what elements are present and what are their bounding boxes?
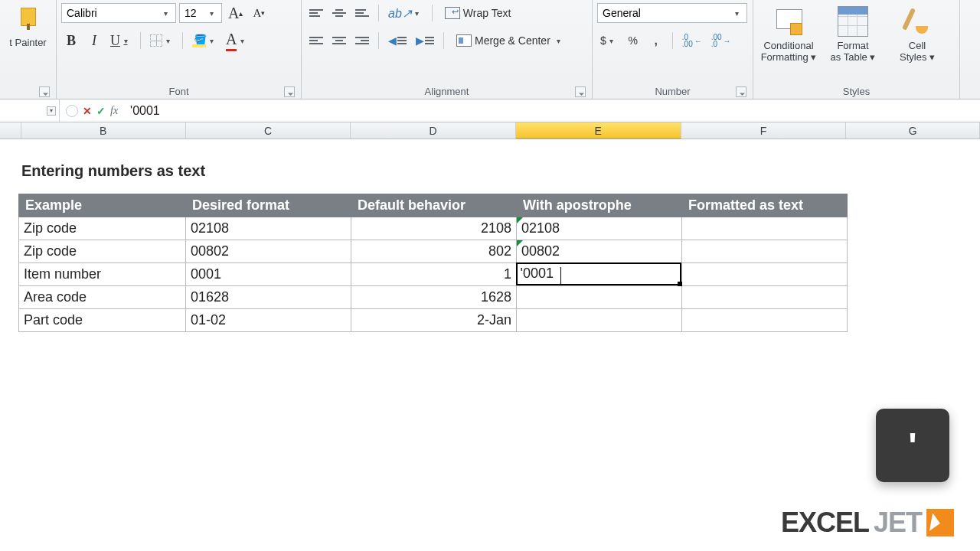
worksheet[interactable]: Entering numbers as text ExampleDesired … (0, 139, 980, 332)
column-header[interactable]: B (21, 122, 186, 139)
orientation-button[interactable]: ab↗▾ (385, 3, 426, 23)
align-bottom-button[interactable] (352, 3, 372, 23)
ribbon-group-label-styles: Styles (758, 83, 955, 99)
format-painter-button[interactable]: t Painter (9, 37, 46, 48)
format-as-table-button[interactable]: Formatas Table ▾ (822, 3, 884, 72)
ribbon-group-overflow (960, 0, 980, 99)
decrease-indent-button[interactable]: ◀ (385, 31, 410, 51)
number-format-value: General (603, 7, 641, 19)
font-name-value: Calibri (67, 7, 97, 19)
column-header[interactable]: D (351, 122, 516, 139)
ribbon-group-label-font: Font (61, 83, 296, 99)
increase-decimal-button[interactable]: .0.00← (679, 31, 705, 51)
cell[interactable]: '0001 (517, 263, 682, 286)
font-size-value: 12 (185, 7, 197, 19)
ribbon-group-alignment: ab↗▾ Wrap Text ◀ ▶ Merge & Center ▾ Alig… (302, 0, 593, 99)
merge-center-label: Merge & Center (475, 34, 550, 47)
align-top-button[interactable] (306, 3, 326, 23)
decrease-decimal-button[interactable]: .00.0→ (708, 31, 734, 51)
cell[interactable]: 00802 (186, 240, 351, 263)
wrap-text-label: Wrap Text (463, 7, 511, 19)
chevron-down-icon: ▾ (47, 106, 56, 116)
cell[interactable]: 01-02 (186, 309, 351, 332)
underline-button[interactable]: U ▾ (107, 31, 134, 51)
align-center-button[interactable] (329, 31, 349, 51)
italic-button[interactable]: I (84, 31, 104, 51)
dialog-launcher-icon[interactable] (736, 86, 746, 97)
cell[interactable]: Part code (19, 309, 186, 332)
font-size-select[interactable]: 12 ▾ (179, 3, 222, 23)
column-header[interactable]: E (516, 122, 681, 139)
cell[interactable]: Area code (19, 286, 186, 309)
borders-button[interactable]: ▾ (147, 31, 176, 51)
cell[interactable]: Item number (19, 263, 186, 286)
column-header[interactable]: F (681, 122, 847, 139)
table-header: Default behavior (351, 194, 517, 217)
font-color-button[interactable]: A▾ (223, 31, 250, 51)
cell[interactable] (682, 263, 848, 286)
error-indicator-icon (517, 217, 523, 223)
column-header[interactable]: C (186, 122, 351, 139)
align-right-button[interactable] (352, 31, 372, 51)
decrease-font-button[interactable]: A▾ (249, 3, 269, 23)
cell[interactable]: 0001 (186, 263, 351, 286)
align-middle-button[interactable] (329, 3, 349, 23)
fx-button[interactable]: fx (110, 105, 118, 117)
cell-styles-button[interactable]: CellStyles ▾ (887, 3, 948, 72)
wrap-text-button[interactable]: Wrap Text (439, 3, 518, 23)
comma-style-button[interactable]: , (646, 31, 666, 51)
cell[interactable]: Zip code (19, 240, 186, 263)
ribbon-group-font: Calibri ▾ 12 ▾ A▴ A▾ B I U ▾ ▾ 🪣▾ A▾ Fon… (57, 0, 302, 99)
chevron-down-icon: ▾ (554, 37, 564, 45)
cell[interactable] (682, 286, 848, 309)
cell[interactable]: 2108 (351, 217, 517, 240)
fill-color-button[interactable]: 🪣▾ (189, 31, 220, 51)
table-header: With apostrophe (517, 194, 682, 217)
brand-logo: EXCELJET (781, 507, 954, 539)
chevron-down-icon: ▾ (731, 9, 742, 18)
formula-input[interactable]: '0001 (124, 104, 980, 118)
wrap-text-icon (445, 7, 460, 19)
cell[interactable] (682, 309, 848, 332)
ribbon-group-label-clipboard (5, 95, 51, 99)
align-left-button[interactable] (306, 31, 326, 51)
cancel-edit-button[interactable]: ✕ (83, 105, 92, 117)
ribbon-group-label-number: Number (597, 83, 748, 99)
confirm-edit-button[interactable]: ✓ (96, 105, 106, 117)
conditional-formatting-button[interactable]: ConditionalFormatting ▾ (758, 3, 819, 72)
number-format-select[interactable]: General ▾ (597, 3, 747, 23)
cell[interactable] (682, 240, 848, 263)
cell[interactable]: 2-Jan (351, 309, 517, 332)
bold-button[interactable]: B (61, 31, 81, 51)
format-painter-icon (21, 8, 36, 26)
merge-center-button[interactable]: Merge & Center ▾ (450, 31, 570, 51)
percent-button[interactable]: % (623, 31, 643, 51)
dialog-launcher-icon[interactable] (284, 86, 295, 97)
format-as-table-label: Formatas Table ▾ (831, 40, 876, 63)
cell[interactable]: 01628 (186, 286, 351, 309)
data-table: ExampleDesired formatDefault behaviorWit… (18, 194, 848, 332)
dialog-launcher-icon[interactable] (575, 86, 586, 97)
increase-indent-button[interactable]: ▶ (413, 31, 437, 51)
cell[interactable]: 802 (351, 240, 517, 263)
cell[interactable]: 00802 (517, 240, 682, 263)
cell[interactable]: Zip code (19, 217, 186, 240)
column-header[interactable] (0, 122, 21, 139)
cell[interactable] (517, 309, 682, 332)
currency-button[interactable]: $ ▾ (597, 31, 620, 51)
formula-bar: ▾ ✕ ✓ fx '0001 (0, 99, 980, 122)
cell[interactable] (517, 286, 682, 309)
table-row: Zip code02108210802108 (19, 217, 848, 240)
cell[interactable]: 02108 (186, 217, 351, 240)
dialog-launcher-icon[interactable] (39, 86, 50, 97)
increase-font-button[interactable]: A▴ (225, 3, 246, 23)
font-name-select[interactable]: Calibri ▾ (61, 3, 176, 23)
cell[interactable]: 02108 (517, 217, 682, 240)
brand-text-jet: JET (874, 507, 922, 539)
cell[interactable] (682, 217, 848, 240)
column-header[interactable]: G (846, 122, 980, 139)
cell[interactable]: 1628 (351, 286, 517, 309)
name-box[interactable]: ▾ (0, 99, 60, 122)
table-row: Part code01-022-Jan (19, 309, 848, 332)
cell[interactable]: 1 (351, 263, 517, 286)
